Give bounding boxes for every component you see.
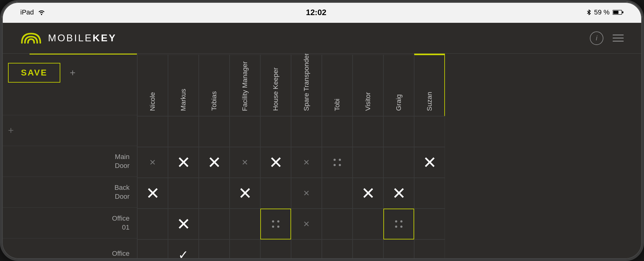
cell-empty-4[interactable] [230,116,260,147]
cell-back-door-tobias[interactable] [199,178,230,209]
col-name-house-keeper: House Keeper [272,64,280,111]
x-mark: ✕ [149,158,156,167]
cell-main-door-housekeeper[interactable]: ✕ [260,147,291,178]
cell-back-door-graig[interactable]: ✕ [383,178,414,209]
cell-empty-9[interactable] [383,116,414,147]
corner-header: SAVE + [2,54,137,115]
cell-office02-visitor[interactable] [353,239,383,259]
wifi-icon [38,9,46,15]
dot [400,220,402,222]
row-main-door: ✕ ✕ ✕ ✕ [137,147,642,178]
cell-office02-tobias[interactable] [199,239,230,259]
battery-icon [613,10,624,15]
layout-wrapper: SAVE + + MainDoor BackDoor Office01 [2,54,642,259]
menu-line-3 [613,41,624,42]
col-header-spare-transponder: Spare Transponder [291,55,322,116]
cell-office01-visitor[interactable] [353,209,383,239]
menu-line-2 [613,38,624,39]
cell-main-door-markus[interactable]: ✕ [168,147,199,178]
cell-office01-spare[interactable]: ✕ [291,209,322,239]
cell-main-door-suzan[interactable]: ✕ [414,147,445,178]
app-title: MOBILEKEY [48,32,117,44]
cell-main-door-tobias[interactable]: ✕ [199,147,230,178]
empty-align-row [137,116,642,147]
dot [395,220,397,222]
cell-office02-nicole[interactable] [137,239,168,259]
right-section[interactable]: Nicole Markus Tobias Facility Manager [137,54,642,259]
cell-office02-graig[interactable] [383,239,414,259]
cell-office02-tobi[interactable] [322,239,353,259]
dot [339,164,341,166]
screen-content: MOBILEKEY i [2,23,642,259]
status-left: iPad [20,8,46,16]
cell-main-door-graig[interactable] [383,147,414,178]
x-mark: ✕ [242,158,248,167]
row-label-office-01: Office01 [2,208,137,239]
cell-office01-markus[interactable]: ✕ [168,209,199,239]
cell-back-door-markus[interactable] [168,178,199,209]
cell-office02-facility[interactable] [230,239,260,259]
col-header-tobi: Tobi [322,55,353,116]
x-mark: ✕ [177,153,190,172]
add-column-button[interactable]: + [66,67,79,79]
cell-empty-3[interactable] [199,116,230,147]
cell-office01-housekeeper[interactable] [260,209,291,239]
dot [395,226,397,228]
cell-back-door-visitor[interactable]: ✕ [353,178,383,209]
cell-back-door-spare[interactable]: ✕ [291,178,322,209]
cell-office01-tobias[interactable] [199,209,230,239]
row-back-door: ✕ ✕ [137,178,642,209]
dots-pattern-yellow [270,218,281,230]
cell-empty-2[interactable] [168,116,199,147]
add-row-button[interactable]: + [8,124,14,137]
cell-empty-1[interactable] [137,116,168,147]
col-name-markus: Markus [179,86,187,111]
dots-pattern [332,157,343,168]
cell-office01-facility[interactable] [230,209,260,239]
dot [272,226,274,228]
cell-main-door-nicole[interactable]: ✕ [137,147,168,178]
scrollable-grid: Nicole Markus Tobias Facility Manager [137,54,642,259]
col-header-house-keeper: House Keeper [260,55,291,116]
cell-empty-7[interactable] [322,116,353,147]
x-mark: ✕ [392,184,406,203]
cell-office01-graig[interactable] [383,209,414,239]
cell-empty-10[interactable] [414,116,445,147]
cell-back-door-suzan[interactable] [414,178,445,209]
cell-main-door-spare[interactable]: ✕ [291,147,322,178]
cell-main-door-visitor[interactable] [353,147,383,178]
cell-office02-suzan[interactable] [414,239,445,259]
app-header: MOBILEKEY i [2,23,642,54]
cell-back-door-housekeeper[interactable] [260,178,291,209]
col-name-tobi: Tobi [333,96,341,111]
col-header-facility-manager: Facility Manager [230,55,260,116]
cell-main-door-facility[interactable]: ✕ [230,147,260,178]
col-header-tobias: Tobias [199,55,230,116]
cell-empty-6[interactable] [291,116,322,147]
info-button[interactable]: i [590,31,603,45]
cell-back-door-nicole[interactable]: ✕ [137,178,168,209]
col-name-visitor: Visitor [364,89,372,111]
cell-office01-tobi[interactable] [322,209,353,239]
cell-empty-8[interactable] [353,116,383,147]
cell-back-door-tobi[interactable] [322,178,353,209]
cell-main-door-tobi[interactable] [322,147,353,178]
menu-button[interactable] [613,35,624,42]
cell-office01-nicole[interactable] [137,209,168,239]
col-name-spare-transponder: Spare Transponder [302,54,310,111]
cell-office01-suzan[interactable] [414,209,445,239]
cell-office02-spare[interactable] [291,239,322,259]
svg-point-0 [41,14,42,15]
dot [400,226,402,228]
x-mark: ✕ [207,153,221,172]
x-mark: ✕ [423,153,437,172]
x-mark: ✕ [269,153,283,172]
save-button[interactable]: SAVE [8,63,60,83]
cell-empty-5[interactable] [260,116,291,147]
header-icons: i [590,31,624,45]
cell-office02-markus[interactable]: ✓ [168,239,199,259]
logo-area: MOBILEKEY [20,31,117,46]
svg-rect-3 [613,11,618,14]
cell-office02-housekeeper[interactable] [260,239,291,259]
cell-back-door-facility[interactable]: ✕ [230,178,260,209]
